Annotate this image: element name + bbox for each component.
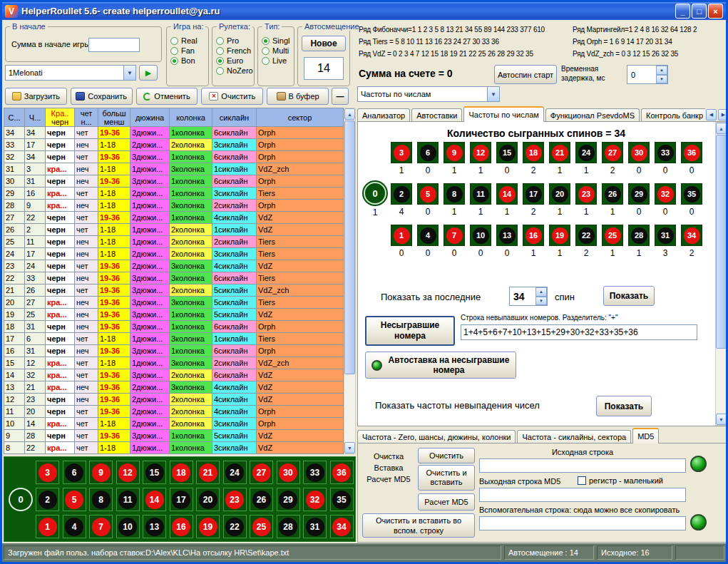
- md5-clear-button[interactable]: Очистить: [418, 448, 475, 463]
- board-cell[interactable]: 29: [277, 488, 300, 511]
- unplayed-numbers-input[interactable]: [461, 324, 697, 340]
- board-cell[interactable]: 30: [277, 461, 300, 484]
- save-button[interactable]: Сохранить: [71, 88, 133, 105]
- history-row[interactable]: 313кра...неч1-181дюжи...3колонка1сиклайн…: [4, 163, 344, 175]
- md5-clear-paste-aux-button[interactable]: Очистить и вставить во вспом. строку: [362, 513, 475, 538]
- board-cell[interactable]: 24: [223, 461, 247, 484]
- board-cell[interactable]: 8: [89, 488, 113, 511]
- register-checkbox[interactable]: регистр - маленький: [578, 476, 663, 485]
- board-cell[interactable]: 20: [196, 488, 220, 511]
- spin-down-icon[interactable]: [535, 297, 547, 306]
- board-cell[interactable]: 21: [196, 461, 220, 484]
- history-row[interactable]: 2417черннеч1-182дюжи...2колонка3сиклайнT…: [4, 248, 344, 260]
- board-cell[interactable]: 32: [303, 488, 327, 511]
- history-row[interactable]: 2027кра...неч19-363дюжи...3колонка5сикла…: [4, 297, 344, 309]
- scroll-thumb[interactable]: [716, 135, 727, 349]
- history-row[interactable]: 2916кра...чет1-182дюжи...1колонка3сиклай…: [4, 188, 344, 200]
- scroll-down-icon[interactable]: [344, 442, 355, 453]
- panel-scrollbar[interactable]: [715, 122, 727, 426]
- board-cell[interactable]: 13: [143, 515, 166, 538]
- tab-autobets[interactable]: Автоставки: [411, 108, 462, 122]
- history-row[interactable]: 2722чернчет19-362дюжи...1колонка4сиклайн…: [4, 212, 344, 224]
- autobet-unplayed-button[interactable]: Автоставка на несыгравшие номера: [365, 352, 516, 379]
- board-cell[interactable]: 9: [89, 461, 113, 484]
- board-cell[interactable]: 35: [330, 488, 354, 511]
- board-cell[interactable]: 26: [250, 488, 273, 511]
- show-last-spinner[interactable]: 34: [509, 287, 548, 306]
- board-cell[interactable]: 17: [170, 488, 193, 511]
- radio-option-bon[interactable]: Bon: [170, 56, 208, 65]
- board-cell[interactable]: 12: [116, 461, 140, 484]
- spin-up-icon[interactable]: [656, 66, 667, 75]
- radio-option-euro[interactable]: Euro: [216, 56, 254, 65]
- play-button[interactable]: [139, 65, 158, 81]
- md5-aux-input[interactable]: [479, 516, 686, 530]
- scroll-up-icon[interactable]: [716, 123, 727, 134]
- history-row[interactable]: 1223черннеч19-362дюжи...2колонка4сиклайн…: [4, 394, 344, 406]
- board-cell[interactable]: 15: [143, 461, 166, 484]
- unplayed-numbers-button[interactable]: Несыгравшие номера: [365, 316, 455, 346]
- board-cell[interactable]: 33: [303, 461, 327, 484]
- show-missing-freq-button[interactable]: Показать: [596, 396, 652, 416]
- new-button[interactable]: Новое: [302, 36, 346, 51]
- board-cell[interactable]: 23: [223, 488, 247, 511]
- clear-button[interactable]: Очистить: [201, 88, 263, 105]
- radio-option-nozero[interactable]: NoZero: [216, 66, 254, 75]
- start-sum-input[interactable]: [88, 38, 140, 52]
- board-cell[interactable]: 1: [36, 515, 59, 538]
- radio-option-french[interactable]: French: [216, 46, 254, 55]
- history-row[interactable]: 176чернчет1-181дюжи...3колонка1сиклайнTi…: [4, 333, 344, 345]
- copy-to-buffer-button[interactable]: В буфер: [267, 88, 329, 105]
- md5-clear-paste-button[interactable]: Очистить и вставить: [418, 465, 475, 491]
- spin-up-icon[interactable]: [535, 287, 547, 297]
- led-button[interactable]: [690, 456, 707, 472]
- board-cell[interactable]: 3: [36, 461, 59, 484]
- history-row[interactable]: 928чернчет19-363дюжи...1колонка5сиклайнV…: [4, 430, 344, 442]
- board-cell[interactable]: 27: [250, 461, 273, 484]
- board-cell[interactable]: 7: [89, 515, 113, 538]
- tab-bankroll-control[interactable]: Контроль банкр: [641, 108, 705, 122]
- mode-combo[interactable]: Частоты по числам: [357, 86, 500, 102]
- board-cell[interactable]: 19: [196, 515, 220, 538]
- radio-option-live[interactable]: Live: [262, 56, 294, 65]
- board-cell[interactable]: 22: [223, 515, 247, 538]
- history-row[interactable]: 2233черннеч19-363дюжи...3колонка6сиклайн…: [4, 272, 344, 284]
- history-row[interactable]: 289кра...неч1-181дюжи...3колонка2сиклайн…: [4, 200, 344, 212]
- delay-spinner[interactable]: 0: [627, 65, 668, 84]
- board-cell[interactable]: 16: [170, 515, 193, 538]
- tab-analyzer[interactable]: Анализатор: [357, 108, 410, 122]
- tab-functional-psevdoms[interactable]: Функционал PsevdoMS: [545, 108, 640, 122]
- history-row[interactable]: 1631черннеч19-363дюжи...1колонка6сиклайн…: [4, 345, 344, 357]
- history-row[interactable]: 2511черннеч1-181дюжи...2колонка2сиклайнT…: [4, 236, 344, 248]
- history-row[interactable]: 1432кра...чет19-363дюжи...2колонка6сикла…: [4, 369, 344, 381]
- history-row[interactable]: 262чернчет1-181дюжи...2колонка1сиклайнVd…: [4, 224, 344, 236]
- radio-option-real[interactable]: Real: [170, 36, 208, 45]
- board-cell[interactable]: 10: [116, 515, 140, 538]
- md5-output-input[interactable]: [479, 488, 686, 502]
- minimize-button[interactable]: _: [675, 4, 690, 19]
- autospin-start-button[interactable]: Автоспин старт: [494, 65, 557, 84]
- board-number-0[interactable]: 0: [9, 488, 33, 511]
- board-cell[interactable]: 18: [170, 461, 193, 484]
- maximize-button[interactable]: □: [692, 4, 707, 19]
- board-cell[interactable]: 34: [330, 515, 354, 538]
- board-cell[interactable]: 36: [330, 461, 354, 484]
- preset-combo[interactable]: 1Melonati: [5, 65, 136, 81]
- history-row[interactable]: 1831черннеч19-363дюжи...1колонка6сиклайн…: [4, 321, 344, 333]
- board-cell[interactable]: 11: [116, 488, 140, 511]
- radio-option-singl[interactable]: Singl: [262, 36, 294, 45]
- history-row[interactable]: 1321кра...неч19-362дюжи...3колонка4сикла…: [4, 381, 344, 394]
- undo-button[interactable]: Отменить: [136, 88, 198, 105]
- tab-number-frequencies[interactable]: Частоты по числам: [463, 106, 543, 122]
- scroll-up-icon[interactable]: [344, 108, 355, 120]
- board-cell[interactable]: 5: [63, 488, 86, 511]
- history-row[interactable]: 3234чернчет19-363дюжи...1колонка6сиклайн…: [4, 151, 344, 163]
- history-row[interactable]: 3031черннеч19-363дюжи...1колонка6сиклайн…: [4, 175, 344, 188]
- history-row[interactable]: 1014кра...чет1-182дюжи...2колонка3сиклай…: [4, 418, 344, 430]
- history-scrollbar[interactable]: [344, 108, 356, 454]
- history-row[interactable]: 1120чернчет19-362дюжи...2колонка4сиклайн…: [4, 406, 344, 418]
- board-cell[interactable]: 31: [303, 515, 327, 538]
- led-button[interactable]: [690, 514, 707, 530]
- board-cell[interactable]: 25: [250, 515, 273, 538]
- history-row[interactable]: 822кра...чет1-181дюжи...1колонка3сиклайн…: [4, 442, 344, 454]
